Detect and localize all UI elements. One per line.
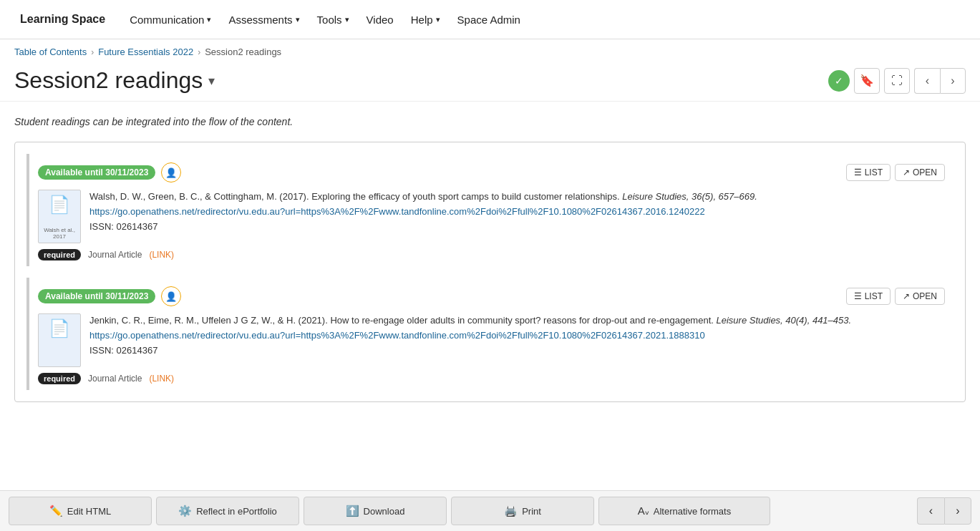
reading-item-header: Available until 30/11/2023 👤 ☰ LIST ↗ OP…: [38, 162, 945, 182]
citation-body: Jenkin, C. R., Eime, R. M., Uffelen J G …: [89, 315, 714, 326]
page-title-row: Session2 readings ▾: [14, 67, 215, 94]
bookmark-button[interactable]: 🔖: [854, 68, 880, 94]
citation-row: 📄 Jenkin, C. R., Eime, R. M., Uffelen J …: [38, 313, 945, 367]
intro-text: Student readings can be integrated into …: [14, 116, 966, 127]
citation-meta: required Journal Article (LINK): [38, 249, 945, 260]
citation-journal: Leisure Studies, 40(4), 441–453.: [717, 315, 852, 326]
open-button[interactable]: ↗ OPEN: [895, 164, 945, 181]
breadcrumb-sep-1: ›: [91, 47, 94, 57]
citation-url[interactable]: https://go.openathens.net/redirector/vu.…: [89, 330, 705, 341]
user-access-button[interactable]: 👤: [161, 286, 181, 306]
citation-row: 📄 Walsh et al., 2017 Walsh, D. W., Green…: [38, 190, 945, 243]
citation-text: Walsh, D. W., Green, B. C., & Cottingham…: [89, 190, 945, 234]
document-thumbnail: 📄 Walsh et al., 2017: [38, 190, 81, 243]
citation-link[interactable]: (LINK): [149, 250, 174, 260]
citation-link[interactable]: (LINK): [149, 374, 174, 384]
page-nav-arrows: ‹ ›: [914, 68, 966, 94]
nav-brand[interactable]: Learning Space: [14, 9, 111, 30]
citation-body: Walsh, D. W., Green, B. C., & Cottingham…: [89, 191, 620, 202]
user-access-button[interactable]: 👤: [161, 162, 181, 182]
nav-space-admin[interactable]: Space Admin: [452, 9, 526, 30]
breadcrumb-future-essentials[interactable]: Future Essentials 2022: [98, 47, 193, 57]
status-icon: ✓: [828, 70, 850, 92]
reading-item-header-left: Available until 30/11/2023 👤: [38, 286, 181, 306]
citation-url[interactable]: https://go.openathens.net/redirector/vu.…: [89, 206, 705, 217]
breadcrumb-sep-2: ›: [198, 47, 200, 57]
available-badge: Available until 30/11/2023: [38, 165, 155, 180]
user-icon: 👤: [165, 291, 177, 302]
checkmark-icon: ✓: [835, 75, 843, 87]
title-dropdown-icon[interactable]: ▾: [208, 73, 215, 89]
citation-type: Journal Article: [88, 374, 142, 384]
breadcrumb: Table of Contents › Future Essentials 20…: [0, 39, 980, 62]
expand-button[interactable]: ⛶: [884, 68, 910, 94]
reading-item: Available until 30/11/2023 👤 ☰ LIST ↗ OP…: [26, 278, 954, 390]
breadcrumb-toc[interactable]: Table of Contents: [14, 47, 87, 57]
nav-communication[interactable]: Communication ▾: [124, 9, 217, 30]
chevron-down-icon: ▾: [345, 15, 349, 24]
nav-video[interactable]: Video: [361, 9, 399, 30]
required-badge: required: [38, 249, 81, 260]
prev-page-button[interactable]: ‹: [914, 68, 940, 94]
bookmark-icon: 🔖: [860, 74, 874, 87]
document-icon: 📄: [49, 195, 70, 215]
required-badge: required: [38, 373, 81, 384]
document-thumbnail: 📄: [38, 313, 81, 367]
content-area: Student readings can be integrated into …: [0, 102, 980, 416]
citation-issn: ISSN: 02614367: [89, 345, 157, 356]
list-button[interactable]: ☰ LIST: [846, 288, 891, 305]
citation-meta: required Journal Article (LINK): [38, 373, 945, 384]
page-header: Session2 readings ▾ ✓ 🔖 ⛶ ‹ ›: [0, 62, 980, 102]
open-icon: ↗: [903, 167, 910, 177]
breadcrumb-current: Session2 readings: [205, 47, 281, 57]
chevron-down-icon: ▾: [296, 15, 300, 24]
reading-item-header-right: ☰ LIST ↗ OPEN: [846, 164, 945, 181]
chevron-down-icon: ▾: [436, 15, 440, 24]
reading-item-header: Available until 30/11/2023 👤 ☰ LIST ↗ OP…: [38, 286, 945, 306]
chevron-down-icon: ▾: [207, 15, 211, 24]
reading-item: Available until 30/11/2023 👤 ☰ LIST ↗ OP…: [26, 154, 954, 266]
reading-item-header-right: ☰ LIST ↗ OPEN: [846, 288, 945, 305]
list-button[interactable]: ☰ LIST: [846, 164, 891, 181]
document-icon: 📄: [49, 318, 70, 338]
expand-icon: ⛶: [891, 74, 903, 87]
nav-help[interactable]: Help ▾: [405, 9, 446, 30]
list-icon: ☰: [854, 291, 862, 301]
citation-journal: Leisure Studies, 36(5), 657–669.: [622, 191, 757, 202]
available-badge: Available until 30/11/2023: [38, 289, 155, 303]
header-actions: ✓ 🔖 ⛶ ‹ ›: [828, 68, 966, 94]
open-button[interactable]: ↗ OPEN: [895, 288, 945, 305]
citation-text: Jenkin, C. R., Eime, R. M., Uffelen J G …: [89, 313, 945, 358]
user-icon: 👤: [165, 167, 177, 178]
next-page-button[interactable]: ›: [940, 68, 966, 94]
nav-assessments[interactable]: Assessments ▾: [223, 9, 305, 30]
open-icon: ↗: [903, 291, 910, 301]
top-navigation: Learning Space Communication ▾ Assessmen…: [0, 0, 980, 39]
reading-item-header-left: Available until 30/11/2023 👤: [38, 162, 181, 182]
list-icon: ☰: [854, 167, 862, 177]
thumb-label: Walsh et al., 2017: [42, 227, 77, 240]
page-title: Session2 readings: [14, 67, 203, 94]
nav-tools[interactable]: Tools ▾: [311, 9, 355, 30]
citation-type: Journal Article: [88, 250, 142, 260]
reading-list-container: Available until 30/11/2023 👤 ☰ LIST ↗ OP…: [14, 142, 966, 402]
citation-issn: ISSN: 02614367: [89, 221, 157, 232]
